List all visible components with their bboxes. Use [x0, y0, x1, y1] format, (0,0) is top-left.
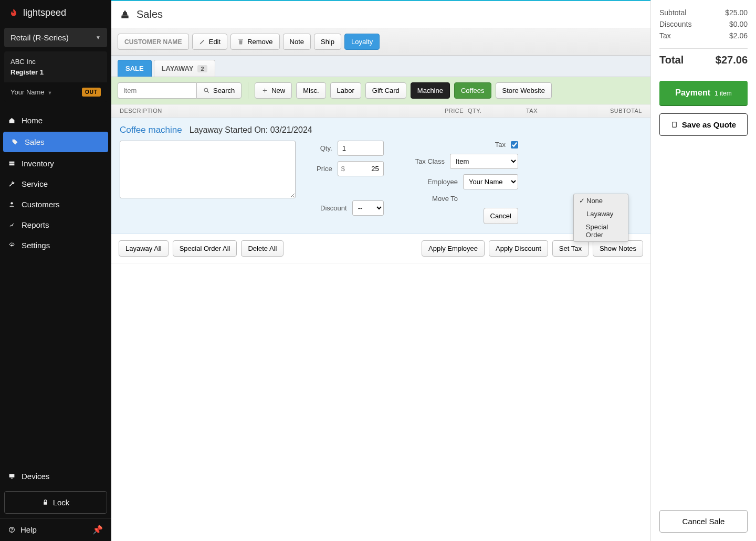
search-icon	[203, 87, 210, 94]
user-row[interactable]: Your Name▼ OUT	[4, 82, 107, 102]
moveto-dropdown[interactable]: ✓None Layaway Special Order	[573, 194, 628, 242]
bulk-actions-bar: Layaway All Special Order All Delete All…	[111, 234, 650, 263]
product-selector-label: Retail (R-Series)	[10, 33, 69, 42]
user-name: Your Name	[10, 88, 45, 96]
customer-name-button[interactable]: CUSTOMER NAME	[118, 34, 189, 50]
new-label: New	[271, 87, 285, 94]
subtotal-label: Subtotal	[659, 8, 686, 17]
page-title-bar: Sales	[111, 0, 650, 28]
giftcard-button[interactable]: Gift Card	[365, 82, 406, 99]
loyalty-button[interactable]: Loyalty	[344, 34, 380, 50]
svg-rect-4	[44, 502, 47, 504]
totals-tax-value: $2.06	[729, 31, 748, 40]
nav-settings[interactable]: Settings	[0, 235, 111, 256]
search-button[interactable]: Search	[196, 82, 242, 99]
special-order-all-button[interactable]: Special Order All	[173, 240, 237, 257]
col-subtotal: SUBTOTAL	[569, 108, 642, 114]
sidebar: lightspeed Retail (R-Series) ▼ ABC Inc R…	[0, 0, 111, 541]
lock-icon	[42, 499, 49, 506]
layaway-started-label: Layaway Started On: 03/21/2024	[190, 125, 312, 135]
tab-sale[interactable]: SALE	[118, 60, 152, 77]
col-price: PRICE	[422, 108, 464, 114]
discount-select[interactable]: --	[352, 200, 384, 216]
tax-checkbox[interactable]	[511, 141, 518, 148]
svg-rect-10	[673, 122, 677, 128]
item-search-input[interactable]	[118, 82, 196, 99]
brand-logo: lightspeed	[0, 0, 111, 26]
new-button[interactable]: New	[255, 82, 292, 99]
nav-service-label: Service	[22, 179, 48, 188]
totals-panel: Subtotal$25.00 Discounts$0.00 Tax$2.06 T…	[651, 0, 756, 541]
save-quote-button[interactable]: Save as Quote	[659, 113, 748, 136]
show-notes-button[interactable]: Show Notes	[593, 240, 643, 257]
ship-button[interactable]: Ship	[314, 34, 341, 50]
taxclass-select[interactable]: Item	[450, 154, 518, 169]
machine-button[interactable]: Machine	[411, 82, 450, 99]
note-button[interactable]: Note	[283, 34, 311, 50]
moveto-option-none[interactable]: ✓None	[574, 194, 628, 207]
store-website-button[interactable]: Store Website	[496, 82, 552, 99]
shop-block[interactable]: ABC Inc Register 1	[4, 51, 107, 82]
remove-button[interactable]: Remove	[230, 34, 279, 50]
employee-select[interactable]: Your Name	[463, 174, 518, 189]
cancel-sale-button[interactable]: Cancel Sale	[659, 510, 748, 533]
page-title: Sales	[136, 8, 163, 20]
pin-icon[interactable]: 📌	[92, 525, 103, 535]
labor-button[interactable]: Labor	[330, 82, 361, 99]
register-icon	[120, 9, 130, 20]
trash-icon	[237, 38, 244, 45]
total-label: Total	[659, 54, 684, 66]
svg-rect-7	[121, 15, 128, 18]
help-label: Help	[20, 525, 37, 534]
apply-employee-button[interactable]: Apply Employee	[422, 240, 485, 257]
nav-sales-label: Sales	[25, 137, 45, 146]
wrench-icon	[8, 181, 15, 187]
set-tax-button[interactable]: Set Tax	[552, 240, 589, 257]
register-name: Register 1	[10, 67, 101, 78]
chart-icon	[8, 221, 15, 228]
shop-name: ABC Inc	[10, 57, 101, 67]
help-button[interactable]: Help	[8, 525, 37, 534]
qty-input[interactable]	[338, 141, 384, 156]
payment-button[interactable]: Payment 1 item	[659, 81, 748, 106]
nav-home[interactable]: Home	[0, 110, 111, 131]
tab-sale-label: SALE	[125, 65, 144, 72]
nav-service[interactable]: Service	[0, 174, 111, 194]
line-item-name[interactable]: Coffee machine	[120, 125, 182, 135]
quote-icon	[671, 121, 678, 128]
misc-button[interactable]: Misc.	[296, 82, 326, 99]
coffees-button[interactable]: Coffees	[454, 82, 491, 99]
nav-sales[interactable]: Sales	[3, 132, 108, 152]
nav-customers[interactable]: Customers	[0, 194, 111, 215]
tax-label: Tax	[495, 141, 506, 148]
line-cancel-button[interactable]: Cancel	[484, 208, 518, 224]
layaway-all-button[interactable]: Layaway All	[119, 240, 169, 257]
nav-home-label: Home	[22, 116, 43, 125]
svg-rect-3	[11, 478, 13, 479]
out-badge[interactable]: OUT	[82, 88, 101, 97]
product-selector[interactable]: Retail (R-Series) ▼	[4, 28, 107, 47]
nav-reports[interactable]: Reports	[0, 215, 111, 235]
nav-reports-label: Reports	[22, 220, 49, 229]
delete-all-button[interactable]: Delete All	[241, 240, 284, 257]
sale-tabs: SALE LAYAWAY 2	[111, 56, 650, 77]
flame-icon	[8, 8, 19, 18]
nav-devices[interactable]: Devices	[0, 465, 111, 487]
col-qty: QTY.	[464, 108, 495, 114]
apply-discount-button[interactable]: Apply Discount	[489, 240, 548, 257]
svg-rect-2	[9, 474, 15, 478]
edit-button[interactable]: Edit	[192, 34, 227, 50]
line-item-note[interactable]	[120, 141, 296, 198]
pencil-icon	[199, 38, 206, 45]
remove-label: Remove	[247, 38, 272, 46]
moveto-option-special[interactable]: Special Order	[574, 220, 628, 241]
tab-layaway-count: 2	[197, 65, 207, 72]
currency-symbol: $	[341, 165, 345, 173]
discount-label: Discount	[320, 204, 347, 212]
discounts-value: $0.00	[729, 20, 748, 28]
svg-point-6	[12, 531, 12, 532]
lock-button[interactable]: Lock	[4, 491, 107, 514]
nav-inventory[interactable]: Inventory	[0, 153, 111, 174]
tab-layaway[interactable]: LAYAWAY 2	[154, 60, 215, 77]
moveto-option-layaway[interactable]: Layaway	[574, 207, 628, 220]
